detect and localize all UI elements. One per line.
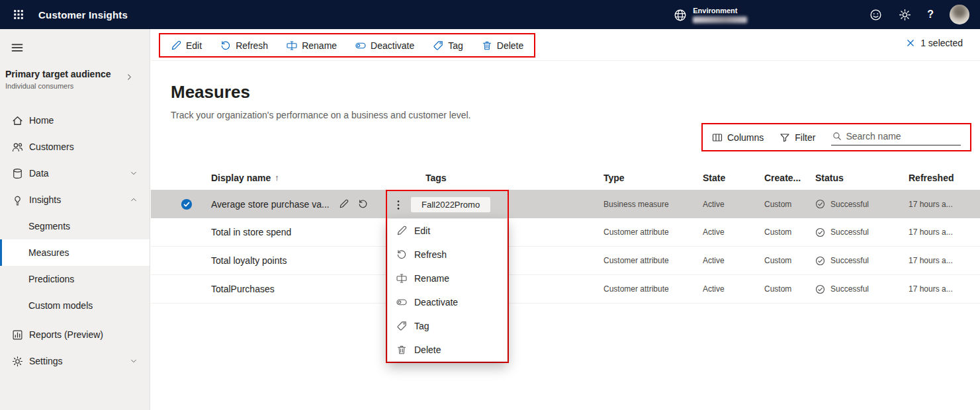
columns-icon (712, 132, 723, 143)
table-row[interactable]: Total in store spend Customer attribute … (151, 218, 980, 247)
status-success-icon (815, 227, 825, 237)
header-status[interactable]: Status (815, 173, 909, 183)
selection-count: 1 selected (920, 38, 963, 48)
menu-item-label: Rename (414, 273, 449, 284)
table-row-selected[interactable]: Average store purchase va... Business me… (151, 190, 980, 218)
avatar[interactable] (950, 5, 969, 24)
inline-refresh-icon[interactable] (358, 199, 368, 209)
pencil-icon (171, 40, 181, 51)
menu-item-label: Tag (414, 321, 429, 331)
help-button[interactable]: ? (927, 9, 934, 20)
header-created[interactable]: Create... (764, 173, 815, 183)
measures-table: Display name ↑ Tags Type State Create...… (151, 165, 980, 304)
menu-item-tag[interactable]: Tag (388, 314, 507, 338)
sidebar-item-measures[interactable]: Measures (0, 239, 150, 266)
menu-item-rename[interactable]: Rename (388, 266, 507, 290)
people-icon (12, 142, 23, 153)
sidebar-item-label: Settings (29, 356, 63, 366)
measure-refreshed: 17 hours a... (909, 256, 980, 265)
clear-selection-button[interactable]: 1 selected (906, 38, 963, 48)
table-row[interactable]: Total loyalty points Customer attribute … (151, 247, 980, 275)
measure-name[interactable]: Total in store spend (211, 227, 291, 237)
menu-item-label: Deactivate (414, 297, 458, 308)
table-row[interactable]: TotalPurchases Customer attribute Active… (151, 275, 980, 304)
measure-state: Active (703, 284, 764, 294)
sidebar-item-custom-models[interactable]: Custom models (0, 292, 150, 319)
chevron-down-icon (130, 169, 138, 177)
header-refreshed[interactable]: Refreshed (909, 173, 980, 183)
chevron-down-icon (130, 357, 138, 365)
sidebar-item-predictions[interactable]: Predictions (0, 266, 150, 292)
command-bar-row: Edit Refresh Rename Deactivate Tag Delet… (151, 29, 980, 61)
delete-label: Delete (497, 40, 523, 51)
more-options-icon[interactable] (392, 199, 404, 211)
measure-name[interactable]: Total loyalty points (211, 255, 287, 266)
status-label: Successful (830, 200, 869, 209)
environment-picker[interactable]: Environment (674, 7, 747, 23)
trash-icon (482, 40, 492, 51)
header-state[interactable]: State (703, 173, 764, 183)
menu-item-deactivate[interactable]: Deactivate (388, 290, 507, 314)
status-label: Successful (830, 284, 869, 294)
app-launcher-button[interactable] (7, 3, 30, 26)
tag-icon (396, 321, 407, 331)
lightbulb-icon (12, 194, 23, 206)
columns-label: Columns (727, 132, 764, 143)
columns-button[interactable]: Columns (712, 132, 764, 143)
home-icon (12, 115, 23, 126)
feedback-button[interactable] (869, 8, 882, 21)
sidebar-item-data[interactable]: Data (0, 160, 150, 186)
filter-button[interactable]: Filter (780, 132, 815, 143)
rename-button[interactable]: Rename (287, 40, 337, 51)
row-selected-check-icon[interactable] (181, 198, 193, 210)
refresh-button[interactable]: Refresh (220, 40, 268, 51)
edit-button[interactable]: Edit (171, 40, 202, 51)
trash-icon (396, 345, 407, 355)
sidebar: Primary target audience Individual consu… (0, 29, 150, 410)
header-tags[interactable]: Tags (425, 173, 603, 183)
measure-type: Customer attribute (603, 256, 703, 265)
measure-state: Active (703, 200, 764, 209)
refresh-icon (220, 40, 231, 51)
sidebar-item-label: Predictions (28, 274, 74, 284)
search-input[interactable] (846, 131, 959, 142)
header-type[interactable]: Type (603, 173, 703, 183)
measure-type: Customer attribute (603, 227, 703, 237)
sidebar-item-settings[interactable]: Settings (0, 348, 150, 374)
status-success-icon (815, 199, 825, 209)
header-display-name[interactable]: Display name ↑ (211, 173, 425, 183)
sidebar-item-home[interactable]: Home (0, 107, 150, 134)
status-success-icon (815, 256, 825, 266)
search-box (831, 129, 961, 145)
report-icon (12, 329, 23, 341)
sidebar-item-reports[interactable]: Reports (Preview) (0, 321, 150, 348)
tag-button[interactable]: Tag (433, 40, 463, 51)
sidebar-item-insights[interactable]: Insights (0, 186, 150, 213)
sidebar-item-customers[interactable]: Customers (0, 134, 150, 160)
page-subtitle: Track your organization's performance on… (171, 110, 471, 120)
collapse-nav-button[interactable] (11, 40, 26, 56)
sidebar-item-segments[interactable]: Segments (0, 213, 150, 239)
sidebar-item-label: Customers (29, 142, 74, 152)
menu-item-delete[interactable]: Delete (388, 338, 507, 362)
delete-button[interactable]: Delete (482, 40, 523, 51)
deactivate-button[interactable]: Deactivate (355, 40, 414, 51)
table-header-row: Display name ↑ Tags Type State Create...… (151, 165, 980, 190)
measure-refreshed: 17 hours a... (909, 227, 980, 237)
measure-name[interactable]: Average store purchase va... (211, 199, 330, 210)
row-actions-strip: Fall2022Promo (387, 191, 508, 218)
measure-name[interactable]: TotalPurchases (211, 284, 275, 294)
waffle-icon (13, 9, 24, 20)
environment-value-redacted (693, 17, 747, 23)
sidebar-item-label: Data (29, 168, 49, 179)
tag-icon (433, 40, 443, 51)
inline-edit-icon[interactable] (339, 199, 349, 209)
menu-item-edit[interactable]: Edit (388, 219, 507, 243)
settings-button[interactable] (898, 8, 911, 21)
environment-label: Environment (693, 7, 747, 15)
tag-chip[interactable]: Fall2022Promo (411, 197, 490, 212)
sidebar-nav: Home Customers Data Insights Segments Me… (0, 107, 150, 374)
audience-switcher[interactable]: Primary target audience Individual consu… (0, 69, 150, 90)
menu-item-refresh[interactable]: Refresh (388, 243, 507, 266)
menu-item-label: Refresh (414, 249, 447, 260)
